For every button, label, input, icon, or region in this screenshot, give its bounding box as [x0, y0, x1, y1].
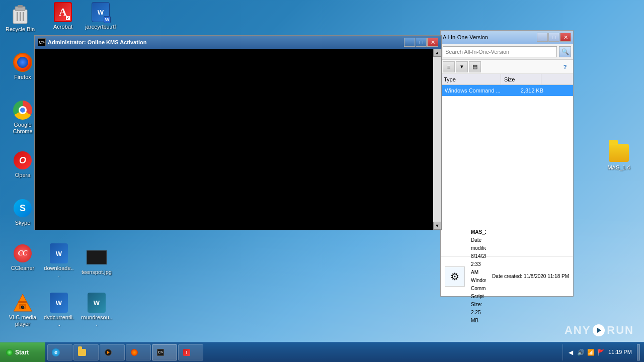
svg-rect-2	[18, 5, 23, 8]
cmd-minimize-button[interactable]: _	[404, 38, 415, 47]
desktop: Recycle Bin A ✓ Acrobat W W jarceyrtbu.r…	[0, 0, 644, 362]
explorer-maximize-button[interactable]: □	[548, 33, 559, 42]
anyrun-play-icon	[593, 324, 605, 336]
antivirus-taskbar-icon: !	[183, 348, 191, 356]
taskbar-cmd[interactable]: C>	[152, 344, 177, 360]
svg-rect-8	[18, 301, 27, 303]
roundresou-icon[interactable]: W roundresou...	[79, 291, 114, 329]
explorer-file-list: Windows Command ... 2,312 KB	[441, 85, 573, 256]
scrollbar-down[interactable]: ▼	[433, 222, 441, 230]
search-icon: 🔍	[561, 48, 569, 55]
opera-label: Opera	[15, 172, 31, 178]
vlc-image	[13, 293, 33, 313]
downloade-icon[interactable]: W downloade...	[41, 241, 76, 280]
file-info-icon: ⚙	[445, 266, 465, 287]
view-preview-button[interactable]: ▤	[469, 61, 481, 72]
start-label: Start	[15, 349, 29, 356]
explorer-window-controls: _ □ ✕	[537, 33, 571, 42]
svg-point-10	[22, 306, 24, 308]
speaker-icon[interactable]: 🔊	[577, 348, 585, 356]
cmd-titlebar-icon: C>	[38, 38, 46, 46]
explorer-column-headers: Type Size	[441, 74, 573, 85]
cmd-titlebar: C> Administrator: Online KMS Activation …	[35, 36, 441, 49]
system-tray: ◀ 🔊 📶 🚩 11:19 PM	[562, 344, 644, 360]
taskbar-folder[interactable]	[73, 344, 99, 360]
view-dropdown-button[interactable]: ▾	[456, 61, 468, 72]
explorer-view-toolbar: ≡ ▾ ▤ ?	[441, 60, 573, 74]
size-column-header[interactable]: Size	[501, 74, 541, 84]
network-icon[interactable]: 📶	[587, 348, 595, 356]
clock[interactable]: 11:19 PM	[608, 348, 632, 356]
acrobat-label: Acrobat	[53, 24, 72, 30]
explorer-titlebar: All-In-One-Version _ □ ✕	[441, 31, 573, 44]
recycle-bin-icon[interactable]: Recycle Bin	[3, 3, 38, 35]
downloade-image: W	[49, 243, 69, 263]
file-type-display: Windows Command Script	[471, 277, 486, 301]
chevron-tray-icon[interactable]: ◀	[567, 348, 575, 356]
mas-folder-image	[609, 143, 629, 163]
jarceyrtbu-image: W W	[91, 2, 111, 22]
opera-image: O	[13, 150, 33, 170]
anyrun-logo: ANY RUN	[565, 324, 634, 337]
dvdcurrentli-icon[interactable]: W dvdcurrentli...	[41, 291, 76, 329]
taskbar-firefox[interactable]	[126, 344, 151, 360]
vlc-label: VLC media player	[7, 314, 38, 327]
teenspot-icon[interactable]: teenspot.jpg	[79, 245, 114, 278]
file-item[interactable]: Windows Command ... 2,312 KB	[441, 85, 573, 96]
anyrun-run-text: RUN	[607, 324, 634, 337]
taskbar-ie[interactable]: e	[47, 344, 72, 360]
explorer-close-button[interactable]: ✕	[560, 33, 571, 42]
cmd-maximize-button[interactable]: □	[416, 38, 427, 47]
jarceyrtbu-icon[interactable]: W W jarceyrtbu.rtf	[83, 0, 118, 32]
file-date-modified: Date modified: 8/14/2020 2:33 AM	[471, 236, 486, 277]
skype-image: S	[13, 198, 33, 218]
play-triangle	[597, 328, 601, 333]
teenspot-label: teenspot.jpg	[82, 269, 112, 276]
ccleaner-icon[interactable]: CC CCleaner	[5, 241, 40, 274]
file-info-text: MAS_1.4_AIO_CRC32_9A7B5B05.cmd Date modi…	[471, 228, 486, 325]
scrollbar-up[interactable]: ▲	[433, 49, 441, 57]
search-button[interactable]: 🔍	[559, 46, 571, 57]
downloade-label: downloade...	[43, 265, 74, 278]
dvdcurrentli-label: dvdcurrentli...	[43, 314, 74, 327]
file-type-cell: Windows Command ...	[443, 87, 503, 94]
firefox-taskbar-icon	[130, 348, 138, 356]
acrobat-image: A ✓	[53, 2, 73, 22]
file-info-right: Date created: 11/8/2020 11:18 PM	[492, 273, 569, 281]
folder-taskbar-icon	[78, 348, 86, 356]
teenspot-image	[87, 247, 107, 267]
cmd-window-controls: _ □ ✕	[404, 38, 438, 47]
explorer-search-toolbar: 🔍	[441, 44, 573, 60]
file-size-display: Size: 2.25 MB	[471, 301, 486, 325]
acrobat-icon[interactable]: A ✓ Acrobat	[45, 0, 80, 32]
roundresou-label: roundresou...	[81, 314, 112, 327]
jarceyrtbu-label: jarceyrtbu.rtf	[85, 24, 116, 30]
type-column-header[interactable]: Type	[441, 74, 501, 84]
list-icon: ≡	[447, 64, 450, 70]
ccleaner-label: CCleaner	[11, 265, 34, 272]
cmd-taskbar-icon: C>	[156, 348, 165, 356]
ccleaner-image: CC	[13, 243, 33, 263]
taskbar-items: e	[45, 344, 562, 360]
show-desktop-button[interactable]	[637, 344, 640, 360]
taskbar-media[interactable]	[100, 344, 125, 360]
view-help-button[interactable]: ?	[559, 61, 571, 72]
flag-icon[interactable]: 🚩	[597, 348, 605, 356]
firefox-label: Firefox	[14, 74, 31, 80]
chrome-image	[13, 100, 33, 120]
firefox-image	[13, 52, 33, 72]
view-list-button[interactable]: ≡	[443, 61, 455, 72]
skype-label: Skype	[15, 220, 31, 226]
chevron-down-icon: ▾	[460, 63, 463, 70]
cmd-close-button[interactable]: ✕	[427, 38, 438, 47]
ie-taskbar-icon: e	[52, 348, 60, 356]
taskbar-antivirus[interactable]: !	[178, 344, 203, 360]
explorer-statusbar: ⚙ MAS_1.4_AIO_CRC32_9A7B5B05.cmd Date mo…	[441, 256, 573, 296]
search-input[interactable]	[443, 46, 557, 57]
vlc-icon[interactable]: VLC media player	[5, 291, 40, 329]
mas-folder-icon[interactable]: MAS_1.4	[601, 141, 636, 173]
explorer-minimize-button[interactable]: _	[537, 33, 548, 42]
start-button[interactable]: Start	[0, 342, 45, 363]
notify-icons: ◀ 🔊 📶 🚩	[567, 348, 605, 356]
start-orb	[6, 349, 13, 356]
